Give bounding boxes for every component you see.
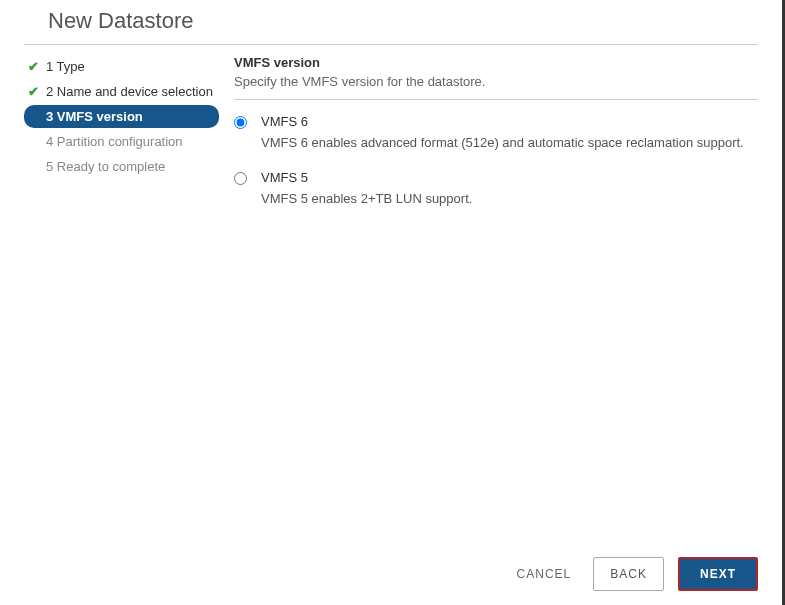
- wizard-step-name-device[interactable]: ✔ 2 Name and device selection: [24, 80, 219, 103]
- wizard-step-label: 5 Ready to complete: [46, 159, 165, 174]
- new-datastore-dialog: New Datastore ✔ 1 Type ✔ 2 Name and devi…: [0, 0, 785, 605]
- option-vmfs5-label: VMFS 5: [261, 170, 308, 185]
- wizard-step-label: 4 Partition configuration: [46, 134, 183, 149]
- dialog-footer: CANCEL BACK NEXT: [509, 557, 758, 591]
- checkmark-icon: ✔: [28, 59, 42, 74]
- dialog-title: New Datastore: [24, 0, 758, 45]
- wizard-step-label: 2 Name and device selection: [46, 84, 213, 99]
- option-vmfs6-row: VMFS 6: [234, 114, 758, 129]
- cancel-button[interactable]: CANCEL: [509, 558, 580, 590]
- wizard-step-label: 1 Type: [46, 59, 85, 74]
- dialog-content: ✔ 1 Type ✔ 2 Name and device selection ✔…: [0, 45, 782, 226]
- radio-vmfs6[interactable]: [234, 116, 247, 129]
- wizard-step-type[interactable]: ✔ 1 Type: [24, 55, 219, 78]
- option-vmfs5-help: VMFS 5 enables 2+TB LUN support.: [261, 191, 758, 206]
- option-vmfs6-label: VMFS 6: [261, 114, 308, 129]
- option-vmfs6-help: VMFS 6 enables advanced format (512e) an…: [261, 135, 758, 150]
- panel-description: Specify the VMFS version for the datasto…: [234, 70, 758, 100]
- main-panel: VMFS version Specify the VMFS version fo…: [219, 45, 758, 226]
- wizard-step-ready-complete[interactable]: ✔ 5 Ready to complete: [24, 155, 219, 178]
- radio-vmfs5[interactable]: [234, 172, 247, 185]
- wizard-step-vmfs-version[interactable]: ✔ 3 VMFS version: [24, 105, 219, 128]
- option-vmfs5-row: VMFS 5: [234, 170, 758, 185]
- back-button[interactable]: BACK: [593, 557, 664, 591]
- wizard-step-partition-config[interactable]: ✔ 4 Partition configuration: [24, 130, 219, 153]
- wizard-sidebar: ✔ 1 Type ✔ 2 Name and device selection ✔…: [24, 45, 219, 226]
- checkmark-icon: ✔: [28, 84, 42, 99]
- wizard-step-label: 3 VMFS version: [46, 109, 143, 124]
- panel-title: VMFS version: [234, 55, 758, 70]
- next-button[interactable]: NEXT: [678, 557, 758, 591]
